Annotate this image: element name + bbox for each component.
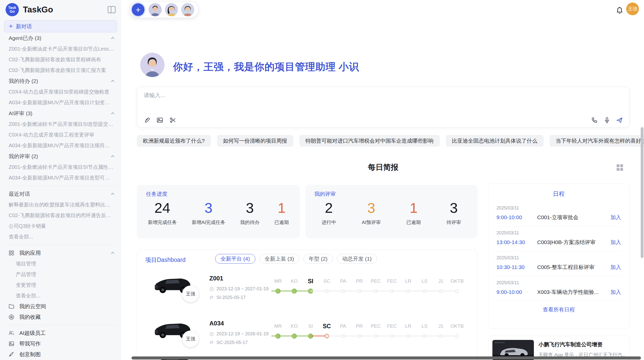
recent-conversation-item[interactable]: C02-飞腾新能源轻客改款项目的闭环通告反馈情况 (4, 210, 117, 221)
horizontal-scrollbar[interactable] (131, 356, 641, 359)
dashboard-filter[interactable]: 全新上装 (3) (259, 254, 300, 264)
schedule-title: 日程 (488, 190, 629, 198)
divider (5, 186, 116, 186)
conversation-item[interactable]: A034-全新新能源MUV产品开发项目法规符合性评审 (4, 140, 117, 151)
suggestion-chip[interactable]: 欧洲新规最近颁布了什么? (137, 135, 211, 147)
section-header-agent-done[interactable]: Agent已办 (3) (4, 33, 117, 43)
sidebar-item-help-me-write[interactable]: 帮我写作 (4, 338, 117, 349)
milestone: SC (319, 277, 335, 294)
dashboard-filter[interactable]: 年型 (2) (303, 254, 333, 264)
view-all-schedule-link[interactable]: 查看所有日程 (488, 306, 629, 313)
new-chat-button[interactable]: + 新对话 (4, 20, 117, 32)
user-avatar[interactable]: 王强 (626, 3, 639, 15)
divider (5, 325, 116, 325)
suggestion-chip[interactable]: 如何写一份清晰的项目周报 (217, 135, 293, 147)
join-link[interactable]: 加入 (610, 214, 621, 221)
conversation-item[interactable]: A034-全新新能源MUV产品开发项目造型可行性评审 (4, 172, 117, 183)
people-icon (8, 330, 15, 336)
conversation-item[interactable]: C02-飞腾新能源轻客改款项目立项汇报方案 (4, 65, 117, 76)
recent-conversation-item[interactable]: 查看全部... (4, 231, 117, 242)
project-row[interactable]: 王强 Z001 2023-12-19 ~ 2027-01-19 SI-2025-… (137, 270, 477, 316)
phone-icon[interactable] (591, 116, 598, 124)
scissors-icon[interactable] (169, 116, 177, 124)
conversation-item[interactable]: Z001-全新燃油轻卡产品开发项目SI节点属性5D文件评审 (4, 162, 117, 172)
join-link[interactable]: 加入 (610, 289, 621, 296)
session-avatar-1[interactable] (149, 3, 162, 16)
suggestion-chip[interactable]: 特朗普可能对进口汽车增税会对中国车企造成哪些影响 (299, 135, 440, 147)
schedule-date: 2025/03/11 (496, 205, 621, 211)
milestone-node (455, 289, 459, 293)
dashboard-filter[interactable]: 全新平台 (4) (215, 254, 255, 264)
conversation-item[interactable]: C0X4-动力总成开发项目工程变更评审 (4, 129, 117, 140)
conversation-item[interactable]: C02-飞腾新能源轻客改款项目里程碑画布 (4, 54, 117, 65)
suggestion-chip[interactable]: 比亚迪全固态电池计划具体说了什么 (446, 135, 544, 147)
task-progress-card: 任务进度 24 新增完成任务 3 新增AI完成任务 3 我的待办 1 已逾期 (137, 185, 300, 238)
section-header-recent[interactable]: 最近对话 (4, 188, 117, 199)
conversation-item[interactable]: A034-全新新能源MUV产品开发项目计划变更表编写 (4, 97, 117, 108)
section-header-my-apps[interactable]: 我的应用 (4, 247, 117, 258)
layout-grid-icon[interactable] (616, 163, 624, 172)
project-flag-milestone: SI-2025-05-17 (209, 295, 246, 300)
pen-icon (8, 351, 15, 358)
attachment-icon[interactable] (143, 116, 151, 124)
project-dashboard-card: 项目Dashboard 全新平台 (4)全新上装 (3)年型 (2)动总开发 (… (137, 250, 477, 360)
project-owner-badge: 王强 (182, 286, 199, 302)
join-link[interactable]: 加入 (610, 264, 621, 271)
app-item[interactable]: 变更管理 (4, 280, 117, 290)
section-header-my-review[interactable]: 我的评审 (2) (4, 151, 117, 162)
sidebar-item-ai-super-staff[interactable]: AI超级员工 (4, 328, 117, 338)
milestone: OKTB (449, 322, 465, 339)
folder-icon (8, 303, 15, 310)
conversation-item[interactable]: Z001-全新燃油轻卡产品开发项目SI造型提交物评审 (4, 119, 117, 129)
session-switcher: + (129, 2, 199, 18)
milestone: SI (302, 322, 319, 339)
composer-tools (143, 116, 177, 124)
notification-bell-icon[interactable] (615, 6, 624, 15)
recent-conversation-item[interactable]: 解释最新出台的欧盟报废车法规再生塑料比例被调至15%... (4, 199, 117, 210)
new-session-button[interactable]: + (132, 3, 144, 16)
assistant-avatar (140, 53, 165, 77)
section-header-ai-review[interactable]: AI评审 (3) (4, 108, 117, 119)
suggestion-chip[interactable]: 当下年轻人对汽车外观有怎样的喜好趋势 (550, 135, 644, 147)
project-flag-milestone: SC-2025-05-17 (209, 340, 248, 345)
insert-image-icon[interactable] (156, 116, 164, 124)
conversation-item[interactable]: Z001-全新燃油皮卡产品开发项目SI节点Lesson Learn报告 (4, 43, 117, 54)
milestone: KO (286, 277, 302, 294)
divider (5, 245, 116, 245)
schedule-card: 日程 2025/03/11 9:00-10:00 C001-立项审批会 加入 2… (488, 184, 630, 328)
section-header-my-todo[interactable]: 我的待办 (2) (4, 76, 117, 86)
milestone: LS (416, 277, 433, 294)
vertical-scrollbar[interactable] (641, 127, 643, 258)
conversation-item[interactable]: C0X4-动力总成开发项目SI里程碑提交物检查 (4, 86, 117, 97)
stat-item: 3 待评审 (447, 200, 461, 226)
join-link[interactable]: 加入 (610, 239, 621, 246)
app-item[interactable]: 产品管理 (4, 269, 117, 280)
milestone: FEC (384, 277, 400, 294)
chevron-up-icon (110, 191, 115, 197)
sidebar-item-favorites[interactable]: 我的收藏 (4, 312, 117, 322)
apps-grid-icon (8, 250, 15, 256)
schedule-time: 9:00-10:00 (496, 289, 537, 295)
dashboard-title: 项目Dashboard (145, 256, 186, 264)
schedule-time: 9:00-10:00 (496, 214, 537, 220)
app-item[interactable]: 查看全部... (4, 290, 117, 301)
session-avatar-3[interactable] (181, 3, 194, 16)
app-item[interactable]: 项目管理 (4, 258, 117, 269)
greeting-text: 你好，王强，我是你的项目管理助理 小识 (173, 60, 359, 74)
project-code: A034 (209, 320, 224, 327)
chevron-up-icon (110, 154, 115, 159)
session-avatar-2[interactable] (165, 3, 178, 16)
sidebar-item-cloud-space[interactable]: 我的云空间 (4, 301, 117, 312)
send-icon[interactable] (616, 116, 623, 124)
recent-conversation-item[interactable]: 公司Q3轻卡销量 (4, 221, 117, 231)
flag-icon (209, 295, 214, 300)
dashboard-filter[interactable]: 动总开发 (1) (337, 254, 377, 264)
collapse-sidebar-icon[interactable] (107, 5, 116, 14)
milestone: SI (302, 277, 319, 294)
mic-icon[interactable] (603, 116, 611, 124)
clock-icon (209, 332, 214, 336)
chat-input[interactable] (144, 92, 551, 114)
schedule-date: 2025/03/11 (496, 230, 621, 236)
milestone: OKTB (449, 277, 465, 294)
sidebar-item-creative-drawing[interactable]: 创意制图 (4, 349, 117, 360)
